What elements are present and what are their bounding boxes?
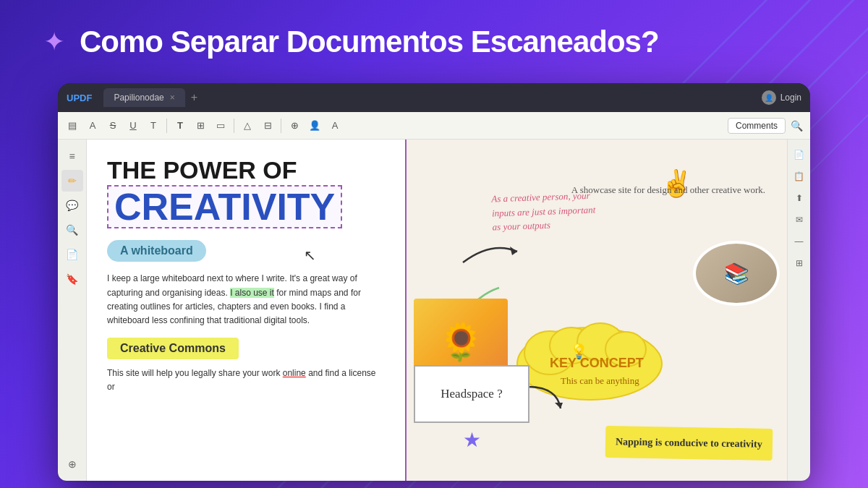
- updf-logo: UPDF: [67, 93, 92, 103]
- toolbar: ▤ A S U T T ⊞ ▭ △ ⊟ ⊕ 👤 A Comments 🔍: [58, 112, 810, 140]
- whiteboard-tag: A whiteboard: [107, 240, 206, 262]
- sidebar-icon-layers[interactable]: ⊕: [61, 453, 83, 475]
- tab-close-button[interactable]: ×: [170, 93, 175, 103]
- svg-marker-10: [555, 403, 563, 408]
- toolbar-box-icon[interactable]: ⊞: [192, 117, 209, 134]
- toolbar-divider-2: [234, 119, 234, 133]
- left-document-page: THE POWER OF CREATIVITY ↖ A whiteboard I…: [87, 140, 405, 481]
- desk-photo: 📚: [693, 241, 780, 306]
- sidebar-icon-menu[interactable]: ≡: [61, 145, 83, 167]
- login-button[interactable]: 👤 Login: [762, 90, 801, 105]
- toolbar-a-icon[interactable]: A: [326, 117, 344, 134]
- document-title-creativity: CREATIVITY: [107, 185, 342, 228]
- toolbar-search-icon[interactable]: 🔍: [788, 118, 804, 134]
- creativity-quote: As a creative person, yourinputs are jus…: [491, 189, 596, 234]
- pages-container: THE POWER OF CREATIVITY ↖ A whiteboard I…: [87, 140, 787, 481]
- pdf-viewer: ◀ THE POWER OF CREATIVITY ↖ A whiteboard…: [87, 140, 787, 481]
- toolbar-font-icon[interactable]: A: [84, 117, 101, 134]
- star-icon: ★: [463, 428, 481, 452]
- toolbar-tri-icon[interactable]: △: [239, 117, 256, 134]
- toolbar-divider-3: [281, 119, 281, 133]
- rsidebar-minus-icon[interactable]: —: [790, 232, 809, 251]
- cursor-arrow-icon: ↖: [304, 247, 316, 264]
- login-label: Login: [780, 93, 801, 103]
- svg-text:KEY CONCEPT: KEY CONCEPT: [550, 356, 644, 370]
- headspace-note: Headspace ?: [414, 365, 529, 423]
- rsidebar-upload-icon[interactable]: ⬆: [790, 189, 809, 207]
- toolbar-box2-icon[interactable]: ▭: [212, 117, 229, 134]
- toolbar-t-icon[interactable]: T: [171, 117, 189, 134]
- top-header: ✦ Como Separar Documentos Escaneados?: [0, 0, 868, 83]
- sparkle-icon: ✦: [43, 29, 65, 55]
- toolbar-divider-1: [166, 119, 167, 133]
- device-frame: UPDF Papilionodae × + 👤 Login ▤ A S U T …: [58, 83, 810, 481]
- page-title: Como Separar Documentos Escaneados?: [80, 25, 659, 59]
- sidebar-icon-bookmarks[interactable]: 🔖: [61, 268, 83, 290]
- toolbar-type-icon[interactable]: T: [145, 117, 162, 134]
- toolbar-strike-icon[interactable]: S: [104, 117, 122, 134]
- sidebar-icon-comment[interactable]: 💬: [61, 194, 83, 216]
- tab-title: Papilionodae: [114, 93, 163, 103]
- new-tab-button[interactable]: +: [191, 91, 197, 104]
- left-sidebar: ≡ ✏ 💬 🔍 📄 🔖 ⊕: [58, 140, 87, 481]
- showcase-text: A showcase site for design and other cre…: [571, 183, 765, 197]
- arrow-icon: [456, 234, 528, 270]
- document-title-power: THE POWER OF: [107, 157, 385, 184]
- toolbar-text-icon[interactable]: ▤: [64, 117, 81, 134]
- toolbar-user-icon[interactable]: 👤: [306, 117, 323, 134]
- svg-text:💡: 💡: [570, 343, 588, 360]
- rsidebar-grid-icon[interactable]: ⊞: [790, 254, 809, 273]
- svg-text:This can be anything: This can be anything: [561, 375, 639, 386]
- toolbar-minus-icon[interactable]: ⊟: [259, 117, 276, 134]
- creative-commons-body: This site will help you legally share yo…: [107, 367, 385, 394]
- highlighted-text: I also use it: [230, 288, 274, 298]
- page-divider: [405, 140, 407, 481]
- whiteboard-body-text: I keep a large whiteboard next to where …: [107, 272, 385, 328]
- right-creative-page: ✌️ A showcase site for design and other …: [405, 140, 787, 481]
- right-sidebar: 📄 📋 ⬆ ✉ — ⊞: [787, 140, 810, 481]
- svg-marker-0: [510, 247, 517, 255]
- browser-tab[interactable]: Papilionodae ×: [103, 88, 184, 107]
- napping-note: Napping is conducive to creativity: [605, 426, 773, 461]
- content-area: ≡ ✏ 💬 🔍 📄 🔖 ⊕ ◀ THE POWER OF CREATIVITY …: [58, 140, 810, 481]
- avatar: 👤: [762, 90, 776, 105]
- sidebar-icon-search[interactable]: 🔍: [61, 219, 83, 241]
- toolbar-stamp-icon[interactable]: ⊕: [286, 117, 303, 134]
- browser-chrome: UPDF Papilionodae × + 👤 Login: [58, 83, 810, 112]
- sidebar-icon-pages[interactable]: 📄: [61, 244, 83, 265]
- toolbar-underline-icon[interactable]: U: [124, 117, 142, 134]
- creative-commons-tag: Creative Commons: [107, 338, 239, 359]
- underlined-text: online: [283, 368, 306, 378]
- rsidebar-mail-icon[interactable]: ✉: [790, 210, 809, 229]
- comments-button[interactable]: Comments: [728, 118, 786, 134]
- sidebar-icon-annotate[interactable]: ✏: [61, 170, 83, 192]
- rsidebar-doc-icon[interactable]: 📄: [790, 145, 809, 164]
- rsidebar-doc2-icon[interactable]: 📋: [790, 167, 809, 186]
